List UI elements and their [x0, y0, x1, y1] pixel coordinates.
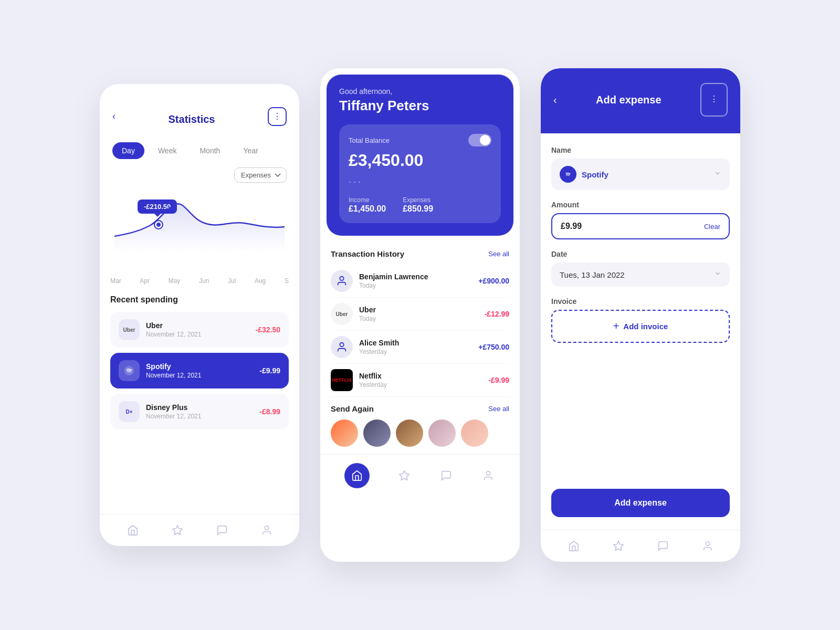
tab-month[interactable]: Month	[190, 142, 229, 159]
exp-more-icon: ⋮	[710, 94, 718, 104]
txn-alice[interactable]: Alice Smith Yesterday +£750.00	[331, 331, 509, 364]
spending-item-uber[interactable]: Uber Uber November 12, 2021 -£32.50	[110, 312, 289, 348]
more-dots-icon: ⋮	[273, 111, 281, 121]
send-avatar-4[interactable]	[428, 419, 456, 447]
income-expenses-row: Income £1,450.00 Expenses £850.99	[349, 195, 491, 214]
name-value: Spotify	[582, 170, 608, 179]
date-field-group: Date Tues, 13 Jan 2022	[551, 250, 730, 287]
income-item: Income £1,450.00	[349, 195, 386, 214]
nav-chat-icon[interactable]	[215, 523, 229, 538]
date-label: Date	[551, 250, 730, 258]
amount-field[interactable]: £9.99 Clear	[551, 213, 730, 239]
send-avatar-5[interactable]	[461, 419, 488, 447]
dash-nav-star-icon[interactable]	[397, 468, 412, 483]
benjamin-name: Benjamin Lawrence	[359, 272, 472, 281]
spending-amount-spotify: -£9.99	[259, 366, 280, 375]
uber-txn-avatar: Uber	[331, 303, 353, 325]
add-expense-form: Name Spotify Amount	[541, 133, 740, 530]
spending-item-disney[interactable]: D+ Disney Plus November 12, 2021 -£8.99	[110, 394, 289, 429]
send-again-see-all[interactable]: See all	[488, 405, 509, 413]
expenses-label: Expenses	[403, 196, 430, 204]
send-avatars-row	[331, 419, 509, 447]
netflix-date: Yesterday	[359, 381, 482, 388]
transaction-history-section: Transaction History See all Benjamin Law…	[320, 242, 520, 397]
exp-more-button[interactable]: ⋮	[700, 83, 728, 117]
transaction-title: Transaction History	[331, 249, 404, 258]
exp-back-button[interactable]: ‹	[553, 94, 557, 106]
spending-item-spotify[interactable]: Spotify November 12, 2021 -£9.99	[110, 353, 289, 388]
benjamin-amount: +£900.00	[478, 277, 509, 285]
amount-label: Amount	[551, 201, 730, 209]
x-label-aug: Aug	[255, 277, 266, 285]
txn-netflix[interactable]: NETFLIX Netflix Yesterday -£9.99	[331, 364, 509, 397]
spending-name-disney: Disney Plus	[146, 403, 253, 412]
chart-area: -£210.50	[106, 189, 293, 273]
netflix-info: Netflix Yesterday	[359, 372, 482, 388]
income-amount: £1,450.00	[349, 204, 386, 214]
spending-date-uber: November 12, 2021	[146, 331, 249, 338]
exp-bottom-navigation	[541, 530, 740, 562]
uber-txn-info: Uber Today	[359, 306, 478, 322]
alice-name: Alice Smith	[359, 339, 472, 347]
statistics-screen: ‹ Statistics ⋮ Day Week Month Year Expen…	[100, 84, 299, 546]
tab-week[interactable]: Week	[149, 142, 186, 159]
send-avatar-3[interactable]	[396, 419, 423, 447]
send-avatar-2[interactable]	[363, 419, 391, 447]
exp-nav-chat-icon[interactable]	[656, 539, 670, 553]
spending-info-disney: Disney Plus November 12, 2021	[146, 403, 253, 420]
name-select-left: Spotify	[560, 166, 608, 183]
bottom-navigation	[100, 514, 299, 546]
filter-dropdown[interactable]: Expenses	[234, 167, 287, 183]
dash-nav-home-icon[interactable]	[344, 463, 370, 488]
greeting-name: Tiffany Peters	[339, 98, 501, 114]
add-invoice-button[interactable]: + Add invoice	[551, 310, 730, 343]
invoice-field-group: Invoice + Add invoice	[551, 297, 730, 343]
uber-txn-date: Today	[359, 315, 478, 322]
dash-nav-chat-icon[interactable]	[439, 468, 454, 483]
balance-card: Total Balance £3,450.00 ··· Income £1,45…	[339, 124, 501, 223]
alice-amount: +£750.00	[478, 343, 509, 351]
dashboard-screen: Good afternoon, Tiffany Peters Total Bal…	[320, 68, 520, 562]
balance-label: Total Balance	[349, 136, 390, 144]
back-button[interactable]: ‹	[112, 111, 116, 122]
nav-user-icon[interactable]	[259, 523, 274, 538]
txn-uber[interactable]: Uber Uber Today -£12.99	[331, 298, 509, 331]
nav-home-icon[interactable]	[125, 523, 140, 538]
send-avatar-1[interactable]	[331, 419, 358, 447]
netflix-avatar: NETFLIX	[331, 369, 353, 391]
txn-benjamin[interactable]: Benjamin Lawrence Today +£900.00	[331, 265, 509, 298]
balance-toggle[interactable]	[468, 134, 491, 146]
exp-nav-star-icon[interactable]	[611, 539, 626, 553]
send-again-title: Send Again	[331, 404, 374, 413]
transaction-see-all[interactable]: See all	[488, 250, 509, 258]
chart-x-labels: Mar Apr May Jun Jul Aug S	[100, 273, 299, 285]
dash-bottom-navigation	[320, 454, 520, 497]
expenses-item: Expenses £850.99	[403, 195, 433, 214]
dashboard-top: Good afternoon, Tiffany Peters Total Bal…	[327, 75, 513, 236]
date-picker[interactable]: Tues, 13 Jan 2022	[551, 262, 730, 287]
screen-title: Statistics	[156, 99, 228, 134]
disney-icon: D+	[119, 401, 140, 422]
x-label-s: S	[285, 277, 289, 285]
name-select[interactable]: Spotify	[551, 159, 730, 190]
amount-clear-button[interactable]: Clear	[704, 223, 720, 230]
uber-txn-amount: -£12.99	[485, 310, 509, 318]
tab-year[interactable]: Year	[234, 142, 267, 159]
exp-nav-home-icon[interactable]	[566, 539, 581, 553]
svg-point-8	[706, 542, 709, 545]
dash-nav-user-icon[interactable]	[481, 468, 496, 483]
x-label-apr: Apr	[140, 277, 150, 285]
more-menu-button[interactable]: ⋮	[268, 107, 287, 126]
add-expense-submit-button[interactable]: Add expense	[551, 489, 730, 517]
spending-date-spotify: November 12, 2021	[146, 372, 253, 379]
greeting-text: Good afternoon,	[339, 87, 501, 96]
invoice-label: Invoice	[551, 297, 730, 306]
alice-info: Alice Smith Yesterday	[359, 339, 472, 355]
nav-star-icon[interactable]	[170, 523, 185, 538]
add-expense-header: ‹ Add expense ⋮	[541, 68, 740, 133]
alice-avatar	[331, 336, 353, 358]
svg-point-4	[340, 343, 343, 346]
svg-marker-1	[172, 526, 182, 534]
exp-nav-user-icon[interactable]	[700, 539, 715, 553]
tab-day[interactable]: Day	[112, 142, 144, 159]
